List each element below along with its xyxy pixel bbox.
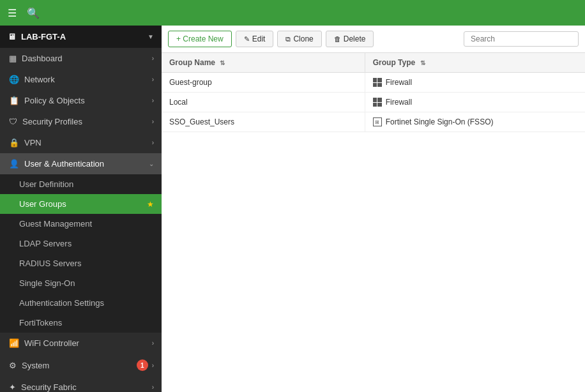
- clone-label: Clone: [293, 34, 313, 43]
- group-name-sort-icon[interactable]: ⇅: [220, 59, 225, 66]
- col-header-group-type[interactable]: Group Type ⇅: [365, 53, 585, 73]
- sidebar-item-policy[interactable]: 📋 Policy & Objects ›: [0, 90, 162, 111]
- device-name: LAB-FGT-A: [21, 32, 66, 41]
- policy-icon: 📋: [9, 96, 19, 105]
- fortitokens-label: FortiTokens: [19, 318, 62, 328]
- menu-icon[interactable]: ☰: [8, 7, 17, 19]
- sidebar-label-vpn: VPN: [24, 138, 42, 147]
- group-type-text: Firewall: [386, 78, 412, 87]
- cell-group-type: Firewall: [365, 73, 585, 93]
- cell-group-type: ⊞Fortinet Single Sign-On (FSSO): [365, 112, 585, 132]
- edit-button[interactable]: ✎ Edit: [236, 31, 274, 47]
- sidebar-item-ldap[interactable]: LDAP Servers: [0, 234, 162, 253]
- security-profiles-icon: 🛡: [9, 117, 17, 126]
- top-bar: ☰ 🔍: [0, 0, 585, 26]
- table-container: Group Name ⇅ Group Type ⇅ Guest-groupFir…: [162, 53, 585, 392]
- toolbar: + Create New ✎ Edit ⧉ Clone 🗑 Delete: [162, 26, 585, 53]
- security-profiles-arrow: ›: [152, 118, 154, 125]
- delete-icon: 🗑: [334, 35, 341, 43]
- table-row[interactable]: SSO_Guest_Users⊞Fortinet Single Sign-On …: [162, 112, 585, 132]
- wifi-arrow: ›: [152, 340, 154, 347]
- cell-group-name: Guest-group: [162, 73, 365, 93]
- sidebar-label-wifi: WiFi Controller: [24, 338, 79, 348]
- sidebar-item-sso[interactable]: Single Sign-On: [0, 273, 162, 293]
- sidebar-label-security-profiles: Security Profiles: [22, 117, 82, 126]
- edit-icon: ✎: [244, 35, 250, 43]
- system-icon: ⚙: [9, 361, 17, 370]
- sidebar-item-security-fabric[interactable]: ✦ Security Fabric ›: [0, 377, 162, 392]
- system-badge: 1: [137, 359, 148, 371]
- sidebar-item-dashboard[interactable]: ▦ Dashboard ›: [0, 48, 162, 69]
- create-new-button[interactable]: + Create New: [168, 31, 232, 47]
- sidebar: 🖥 LAB-FGT-A ▼ ▦ Dashboard › 🌐 Network › …: [0, 26, 162, 392]
- sidebar-item-user-auth[interactable]: 👤 User & Authentication ⌄: [0, 153, 162, 174]
- fsso-icon: ⊞: [373, 117, 382, 126]
- dashboard-arrow: ›: [152, 55, 154, 62]
- sidebar-label-network: Network: [24, 75, 55, 84]
- user-groups-label: User Groups: [19, 199, 66, 209]
- device-icon: 🖥: [8, 32, 16, 41]
- user-groups-star[interactable]: ★: [147, 200, 154, 209]
- system-arrow: ›: [152, 362, 154, 369]
- group-name-label: Group Name: [169, 58, 215, 67]
- clone-icon: ⧉: [285, 35, 291, 43]
- group-type-text: Fortinet Single Sign-On (FSSO): [386, 117, 494, 126]
- table-row[interactable]: LocalFirewall: [162, 93, 585, 112]
- delete-button[interactable]: 🗑 Delete: [326, 31, 374, 47]
- sidebar-label-user-auth: User & Authentication: [24, 159, 104, 169]
- vpn-arrow: ›: [152, 139, 154, 146]
- sidebar-item-system[interactable]: ⚙ System 1 ›: [0, 354, 162, 377]
- search-input[interactable]: [464, 31, 579, 47]
- cell-group-name: Local: [162, 93, 365, 112]
- user-auth-icon: 👤: [9, 159, 19, 169]
- radius-label: RADIUS Servers: [19, 259, 82, 268]
- ldap-label: LDAP Servers: [19, 239, 72, 248]
- firewall-icon: [373, 98, 382, 107]
- create-new-label: + Create New: [176, 34, 224, 43]
- network-icon: 🌐: [9, 75, 19, 84]
- sidebar-item-auth-settings[interactable]: Authentication Settings: [0, 293, 162, 313]
- edit-label: Edit: [252, 34, 266, 43]
- security-fabric-icon: ✦: [9, 382, 16, 392]
- table-row[interactable]: Guest-groupFirewall: [162, 73, 585, 93]
- firewall-icon: [373, 78, 382, 87]
- delete-label: Delete: [344, 34, 366, 43]
- table-body: Guest-groupFirewallLocalFirewallSSO_Gues…: [162, 73, 585, 132]
- user-definition-label: User Definition: [19, 179, 73, 189]
- vpn-icon: 🔒: [9, 138, 19, 147]
- sidebar-item-fortitokens[interactable]: FortiTokens: [0, 313, 162, 333]
- sidebar-item-vpn[interactable]: 🔒 VPN ›: [0, 132, 162, 153]
- sidebar-label-system: System: [22, 361, 49, 370]
- sidebar-item-user-definition[interactable]: User Definition: [0, 174, 162, 194]
- sidebar-item-radius[interactable]: RADIUS Servers: [0, 253, 162, 273]
- device-header[interactable]: 🖥 LAB-FGT-A ▼: [0, 26, 162, 48]
- content-area: + Create New ✎ Edit ⧉ Clone 🗑 Delete: [162, 26, 585, 392]
- security-fabric-arrow: ›: [152, 384, 154, 391]
- main-content: 🖥 LAB-FGT-A ▼ ▦ Dashboard › 🌐 Network › …: [0, 26, 585, 392]
- group-type-sort-icon[interactable]: ⇅: [420, 59, 425, 66]
- guest-management-label: Guest Management: [19, 219, 92, 229]
- network-arrow: ›: [152, 76, 154, 83]
- cell-group-type: Firewall: [365, 93, 585, 112]
- user-groups-table: Group Name ⇅ Group Type ⇅ Guest-groupFir…: [162, 53, 585, 132]
- search-icon[interactable]: 🔍: [27, 7, 40, 19]
- user-auth-arrow: ⌄: [149, 160, 154, 167]
- device-arrow: ▼: [148, 33, 154, 40]
- cell-group-name: SSO_Guest_Users: [162, 112, 365, 132]
- dashboard-icon: ▦: [9, 54, 17, 63]
- sidebar-item-wifi[interactable]: 📶 WiFi Controller ›: [0, 333, 162, 354]
- sidebar-item-user-groups[interactable]: User Groups ★: [0, 194, 162, 214]
- group-type-label: Group Type: [373, 58, 415, 67]
- clone-button[interactable]: ⧉ Clone: [277, 31, 321, 47]
- auth-settings-label: Authentication Settings: [19, 298, 104, 308]
- col-header-group-name[interactable]: Group Name ⇅: [162, 53, 365, 73]
- sidebar-label-dashboard: Dashboard: [22, 54, 63, 63]
- sidebar-item-security-profiles[interactable]: 🛡 Security Profiles ›: [0, 111, 162, 132]
- group-type-text: Firewall: [386, 98, 412, 107]
- wifi-icon: 📶: [9, 338, 19, 348]
- sidebar-item-network[interactable]: 🌐 Network ›: [0, 69, 162, 90]
- user-auth-submenu: User Definition User Groups ★ Guest Mana…: [0, 174, 162, 333]
- sidebar-item-guest-management[interactable]: Guest Management: [0, 214, 162, 234]
- table-header-row: Group Name ⇅ Group Type ⇅: [162, 53, 585, 73]
- sso-label: Single Sign-On: [19, 278, 75, 288]
